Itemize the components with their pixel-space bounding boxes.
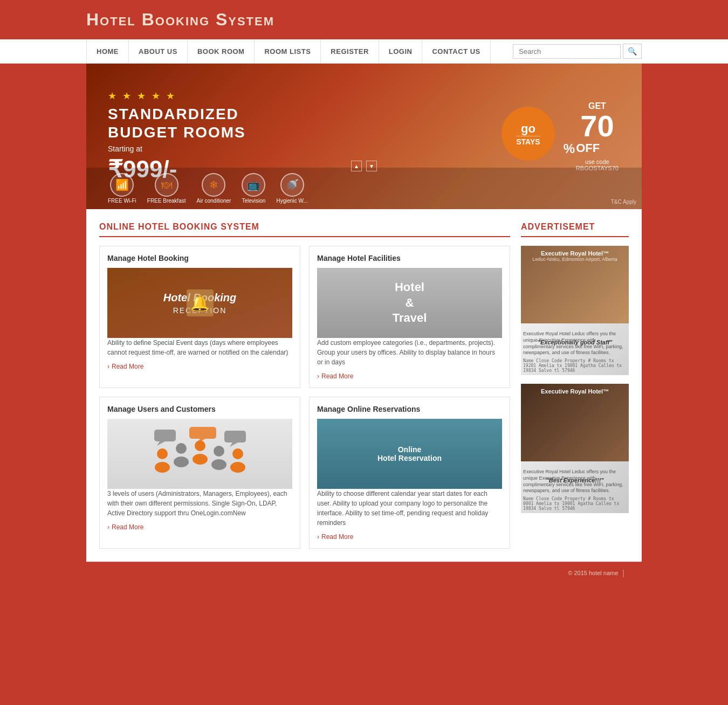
ad2-details: Executive Royal Hotel Leduc offers you t…: [523, 469, 627, 494]
card-hotel-facilities-image: Hotel&Travel: [317, 268, 502, 338]
ad1-hotel-name: Executive Royal Hotel™ Leduc-Nisku, Edmo…: [532, 250, 617, 262]
amenity-hygiene: 🚿 Hygienic W...: [276, 173, 307, 204]
navigation: HOME ABOUT US BOOK ROOM ROOM LISTS REGIS…: [0, 39, 728, 64]
wifi-icon: 📶: [110, 173, 134, 197]
amenity-wifi: 📶 FREE Wi-Fi: [108, 173, 136, 204]
hero-amenities: 📶 FREE Wi-Fi 🍽 FREE Breakfast ❄ Air cond…: [86, 168, 642, 209]
card-reservations-readmore[interactable]: › Read More: [317, 533, 502, 541]
footer: © 2015 hotel name |: [86, 562, 642, 584]
ad-image-1: Executive Royal Hotel™ Leduc-Nisku, Edmo…: [521, 246, 629, 375]
svg-rect-10: [154, 430, 176, 441]
svg-point-9: [211, 459, 226, 470]
amenity-tv: 📺 Television: [242, 173, 265, 204]
card-users-readmore[interactable]: › Read More: [107, 523, 292, 531]
nav-register[interactable]: REGISTER: [321, 39, 379, 63]
card-hotel-booking-desc: Ability to define Special Event days (da…: [107, 338, 292, 357]
svg-point-0: [157, 448, 168, 459]
card-hotel-booking-title: Manage Hotel Booking: [107, 254, 292, 262]
svg-point-6: [176, 443, 187, 454]
hero-next-arrow[interactable]: ▼: [366, 161, 377, 171]
site-title: Hotel Booking System: [86, 10, 642, 30]
footer-copyright: © 2015 hotel name: [568, 570, 618, 576]
nav-home[interactable]: HOME: [86, 39, 129, 63]
header: Hotel Booking System: [0, 0, 728, 39]
svg-point-7: [174, 457, 189, 467]
card-hotel-facilities-desc: Add custom employee categories (i.e., de…: [317, 338, 502, 367]
main-section-title: ONLINE HOTEL BOOKING SYSTEM: [99, 222, 510, 237]
card-hotel-facilities-title: Manage Hotel Facilities: [317, 254, 502, 262]
svg-point-2: [195, 440, 205, 451]
svg-rect-12: [189, 427, 216, 439]
ad1-details2: Name Close Code Property # Rooms tx 1920…: [523, 358, 627, 373]
breakfast-icon: 🍽: [155, 173, 178, 197]
footer-separator: |: [622, 569, 624, 577]
tv-icon: 📺: [242, 173, 265, 197]
card-hotel-booking-image: Hotel Booking RECEPTION 🔔: [107, 268, 292, 338]
ad-section-title: ADVERTISEMET: [521, 222, 629, 237]
svg-rect-14: [224, 431, 246, 443]
hero-starting: Starting at: [108, 144, 469, 153]
card-reservations-desc: Ability to choose different calendar yea…: [317, 489, 502, 528]
card-hotel-booking: Manage Hotel Booking Hotel Booking RECEP…: [99, 246, 300, 388]
card-hotel-booking-readmore[interactable]: › Read More: [107, 363, 292, 370]
hero-arrows: ▲ ▼: [351, 161, 377, 171]
main-content: ONLINE HOTEL BOOKING SYSTEM Manage Hotel…: [86, 209, 642, 562]
ad2-details2: Name Close Code Property # Rooms tx 0001…: [523, 496, 627, 511]
hygiene-icon: 🚿: [280, 173, 304, 197]
card-users-desc: 3 levels of users (Administrators, Manag…: [107, 489, 292, 518]
card-hotel-facilities-readmore[interactable]: › Read More: [317, 372, 502, 380]
svg-point-8: [214, 446, 224, 457]
search-button[interactable]: 🔍: [623, 44, 642, 59]
svg-marker-15: [230, 443, 238, 447]
hero-stars: ★ ★ ★ ★ ★: [108, 90, 469, 102]
discount-block: GET 70 % OFF use code RBGOSTAYS70: [564, 101, 631, 171]
card-reservations: Manage Online Reservations OnlineHotel R…: [309, 397, 510, 549]
search-input[interactable]: [513, 44, 621, 59]
percent: %: [564, 141, 575, 156]
wifi-label: FREE Wi-Fi: [108, 198, 136, 204]
svg-marker-11: [157, 441, 165, 446]
nav-book[interactable]: BOOK ROOM: [188, 39, 255, 63]
card-users: Manage Users and Customers: [99, 397, 300, 549]
tac-label: T&C Apply: [611, 199, 636, 205]
nav-login[interactable]: LOGIN: [379, 39, 423, 63]
svg-point-4: [232, 448, 243, 459]
hygiene-label: Hygienic W...: [276, 198, 307, 204]
amenity-breakfast: 🍽 FREE Breakfast: [147, 173, 186, 204]
card-reservations-title: Manage Online Reservations: [317, 405, 502, 413]
card-reservations-image: OnlineHotel Reservation: [317, 419, 502, 489]
off-label: OFF: [576, 141, 600, 155]
card-users-image: [107, 419, 292, 489]
go-stays-badge: go STAYS: [502, 107, 555, 161]
card-users-title: Manage Users and Customers: [107, 405, 292, 413]
svg-point-1: [155, 462, 170, 473]
hero-prev-arrow[interactable]: ▲: [351, 161, 362, 171]
card-hotel-facilities: Manage Hotel Facilities Hotel&Travel Add…: [309, 246, 510, 388]
content-right: ADVERTISEMET Executive Royal Hotel™ Ledu…: [521, 222, 629, 549]
breakfast-label: FREE Breakfast: [147, 198, 186, 204]
badge-go: go: [521, 122, 535, 136]
hero-title: STANDARDIZEDBUDGET ROOMS: [108, 105, 469, 141]
amenity-ac: ❄ Air conditioner: [196, 173, 231, 204]
tv-label: Television: [242, 198, 265, 204]
svg-point-3: [193, 454, 208, 465]
discount-number: 70: [564, 111, 631, 141]
ac-icon: ❄: [202, 173, 225, 197]
cards-grid: Manage Hotel Booking Hotel Booking RECEP…: [99, 246, 510, 549]
hero-banner: ★ ★ ★ ★ ★ STANDARDIZEDBUDGET ROOMS Start…: [86, 64, 642, 209]
nav-contact[interactable]: CONTACT US: [422, 39, 490, 63]
ad-image-2: Executive Royal Hotel™ "Best Experience!…: [521, 384, 629, 513]
badge-stays: STAYS: [516, 136, 540, 146]
svg-point-5: [230, 462, 245, 473]
ad2-hotel-name: Executive Royal Hotel™: [541, 388, 609, 395]
content-left: ONLINE HOTEL BOOKING SYSTEM Manage Hotel…: [99, 222, 510, 549]
ad1-details: Executive Royal Hotel Leduc offers you t…: [523, 331, 627, 356]
nav-about[interactable]: ABOUT US: [129, 39, 188, 63]
search-area: 🔍: [513, 39, 642, 63]
ac-label: Air conditioner: [196, 198, 231, 204]
users-svg: [146, 424, 254, 483]
nav-rooms[interactable]: ROOM LISTS: [255, 39, 321, 63]
